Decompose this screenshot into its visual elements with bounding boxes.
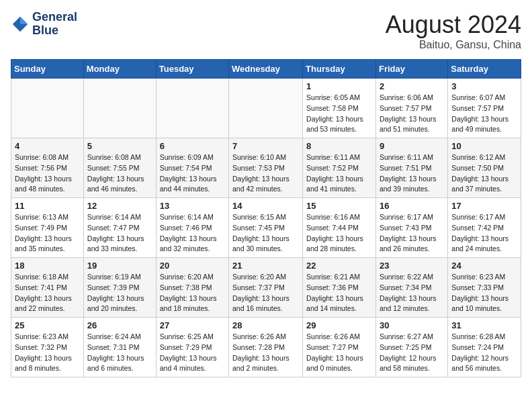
weekday-header-monday: Monday [83, 60, 156, 79]
day-number: 12 [87, 201, 152, 211]
week-row-4: 18Sunrise: 6:18 AM Sunset: 7:41 PM Dayli… [11, 258, 521, 318]
day-info: Sunrise: 6:27 AM Sunset: 7:25 PM Dayligh… [380, 332, 444, 374]
day-info: Sunrise: 6:14 AM Sunset: 7:46 PM Dayligh… [160, 212, 225, 255]
day-number: 16 [380, 201, 444, 211]
calendar-header: SundayMondayTuesdayWednesdayThursdayFrid… [11, 60, 521, 79]
calendar-cell [11, 79, 84, 138]
day-number: 29 [306, 320, 372, 330]
calendar-cell [156, 79, 228, 138]
calendar-cell: 20Sunrise: 6:20 AM Sunset: 7:38 PM Dayli… [156, 258, 228, 318]
title-block: August 2024 Baituo, Gansu, China [386, 11, 521, 51]
logo-text: General Blue [32, 11, 77, 38]
calendar-cell: 30Sunrise: 6:27 AM Sunset: 7:25 PM Dayli… [375, 318, 447, 377]
weekday-header-saturday: Saturday [448, 60, 521, 79]
day-number: 5 [87, 141, 152, 151]
weekday-header-sunday: Sunday [11, 60, 84, 79]
calendar-cell: 14Sunrise: 6:15 AM Sunset: 7:45 PM Dayli… [229, 198, 303, 258]
calendar-cell: 8Sunrise: 6:11 AM Sunset: 7:52 PM Daylig… [303, 138, 376, 198]
day-number: 6 [160, 141, 225, 151]
day-number: 28 [232, 320, 299, 330]
day-info: Sunrise: 6:11 AM Sunset: 7:51 PM Dayligh… [380, 152, 444, 195]
calendar-cell: 26Sunrise: 6:24 AM Sunset: 7:31 PM Dayli… [83, 318, 156, 377]
day-info: Sunrise: 6:21 AM Sunset: 7:36 PM Dayligh… [306, 272, 372, 314]
day-info: Sunrise: 6:07 AM Sunset: 7:57 PM Dayligh… [451, 93, 517, 135]
day-number: 30 [380, 320, 444, 330]
day-number: 22 [306, 261, 372, 271]
day-info: Sunrise: 6:10 AM Sunset: 7:53 PM Dayligh… [232, 152, 299, 195]
day-number: 17 [451, 201, 517, 211]
day-info: Sunrise: 6:20 AM Sunset: 7:37 PM Dayligh… [232, 272, 299, 314]
day-number: 25 [15, 320, 80, 330]
day-info: Sunrise: 6:12 AM Sunset: 7:50 PM Dayligh… [451, 152, 517, 195]
day-info: Sunrise: 6:22 AM Sunset: 7:34 PM Dayligh… [380, 272, 444, 314]
calendar-cell [83, 79, 156, 138]
day-info: Sunrise: 6:17 AM Sunset: 7:42 PM Dayligh… [451, 212, 517, 255]
calendar-cell: 17Sunrise: 6:17 AM Sunset: 7:42 PM Dayli… [448, 198, 521, 258]
svg-marker-1 [20, 17, 28, 24]
calendar-cell: 22Sunrise: 6:21 AM Sunset: 7:36 PM Dayli… [303, 258, 376, 318]
calendar-cell: 4Sunrise: 6:08 AM Sunset: 7:56 PM Daylig… [11, 138, 84, 198]
day-number: 11 [15, 201, 80, 211]
day-info: Sunrise: 6:08 AM Sunset: 7:55 PM Dayligh… [87, 152, 152, 195]
day-number: 20 [160, 261, 225, 271]
day-number: 18 [15, 261, 80, 271]
day-info: Sunrise: 6:26 AM Sunset: 7:28 PM Dayligh… [232, 332, 299, 374]
weekday-header-thursday: Thursday [303, 60, 376, 79]
day-info: Sunrise: 6:05 AM Sunset: 7:58 PM Dayligh… [306, 93, 372, 135]
calendar-cell [229, 79, 303, 138]
day-info: Sunrise: 6:23 AM Sunset: 7:32 PM Dayligh… [15, 332, 80, 374]
day-number: 2 [380, 81, 444, 91]
calendar-cell: 1Sunrise: 6:05 AM Sunset: 7:58 PM Daylig… [303, 79, 376, 138]
weekday-header-friday: Friday [375, 60, 447, 79]
calendar-cell: 31Sunrise: 6:28 AM Sunset: 7:24 PM Dayli… [448, 318, 521, 377]
day-number: 31 [451, 320, 517, 330]
month-title: August 2024 [386, 11, 521, 39]
calendar-cell: 5Sunrise: 6:08 AM Sunset: 7:55 PM Daylig… [83, 138, 156, 198]
day-number: 21 [232, 261, 299, 271]
day-number: 14 [232, 201, 299, 211]
day-number: 3 [451, 81, 517, 91]
day-info: Sunrise: 6:13 AM Sunset: 7:49 PM Dayligh… [15, 212, 80, 255]
calendar-cell: 27Sunrise: 6:25 AM Sunset: 7:29 PM Dayli… [156, 318, 228, 377]
day-number: 15 [306, 201, 372, 211]
calendar-cell: 15Sunrise: 6:16 AM Sunset: 7:44 PM Dayli… [303, 198, 376, 258]
day-info: Sunrise: 6:25 AM Sunset: 7:29 PM Dayligh… [160, 332, 225, 374]
day-info: Sunrise: 6:17 AM Sunset: 7:43 PM Dayligh… [380, 212, 444, 255]
day-info: Sunrise: 6:08 AM Sunset: 7:56 PM Dayligh… [15, 152, 80, 195]
day-info: Sunrise: 6:14 AM Sunset: 7:47 PM Dayligh… [87, 212, 152, 255]
day-info: Sunrise: 6:15 AM Sunset: 7:45 PM Dayligh… [232, 212, 299, 255]
day-info: Sunrise: 6:23 AM Sunset: 7:33 PM Dayligh… [451, 272, 517, 314]
day-info: Sunrise: 6:19 AM Sunset: 7:39 PM Dayligh… [87, 272, 152, 314]
calendar-cell: 13Sunrise: 6:14 AM Sunset: 7:46 PM Dayli… [156, 198, 228, 258]
day-info: Sunrise: 6:11 AM Sunset: 7:52 PM Dayligh… [306, 152, 372, 195]
day-number: 10 [451, 141, 517, 151]
weekday-header-tuesday: Tuesday [156, 60, 228, 79]
day-number: 23 [380, 261, 444, 271]
week-row-5: 25Sunrise: 6:23 AM Sunset: 7:32 PM Dayli… [11, 318, 521, 377]
calendar-cell: 9Sunrise: 6:11 AM Sunset: 7:51 PM Daylig… [375, 138, 447, 198]
calendar-cell: 24Sunrise: 6:23 AM Sunset: 7:33 PM Dayli… [448, 258, 521, 318]
logo-line1: General [32, 11, 77, 24]
day-info: Sunrise: 6:24 AM Sunset: 7:31 PM Dayligh… [87, 332, 152, 374]
calendar-cell: 19Sunrise: 6:19 AM Sunset: 7:39 PM Dayli… [83, 258, 156, 318]
calendar-cell: 7Sunrise: 6:10 AM Sunset: 7:53 PM Daylig… [229, 138, 303, 198]
calendar-table: SundayMondayTuesdayWednesdayThursdayFrid… [11, 59, 521, 377]
calendar-cell: 28Sunrise: 6:26 AM Sunset: 7:28 PM Dayli… [229, 318, 303, 377]
calendar-cell: 18Sunrise: 6:18 AM Sunset: 7:41 PM Dayli… [11, 258, 84, 318]
calendar-cell: 10Sunrise: 6:12 AM Sunset: 7:50 PM Dayli… [448, 138, 521, 198]
page-header: General Blue August 2024 Baituo, Gansu, … [11, 11, 521, 51]
logo-line2: Blue [32, 24, 77, 38]
day-number: 8 [306, 141, 372, 151]
logo-icon [11, 15, 30, 34]
day-number: 13 [160, 201, 225, 211]
location: Baituo, Gansu, China [386, 39, 521, 51]
day-number: 9 [380, 141, 444, 151]
day-number: 1 [306, 81, 372, 91]
calendar-cell: 16Sunrise: 6:17 AM Sunset: 7:43 PM Dayli… [375, 198, 447, 258]
weekday-header-wednesday: Wednesday [229, 60, 303, 79]
calendar-cell: 23Sunrise: 6:22 AM Sunset: 7:34 PM Dayli… [375, 258, 447, 318]
day-info: Sunrise: 6:20 AM Sunset: 7:38 PM Dayligh… [160, 272, 225, 314]
calendar-cell: 25Sunrise: 6:23 AM Sunset: 7:32 PM Dayli… [11, 318, 84, 377]
day-info: Sunrise: 6:28 AM Sunset: 7:24 PM Dayligh… [451, 332, 517, 374]
day-number: 4 [15, 141, 80, 151]
